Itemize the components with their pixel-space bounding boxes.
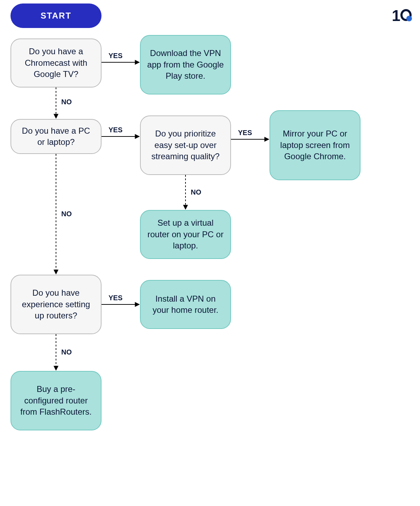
edge-label-q3-no: NO xyxy=(191,188,201,196)
answer-buy-flashrouters: Buy a pre-configured router from FlashRo… xyxy=(10,371,102,430)
edge-label-q1-yes: YES xyxy=(108,52,122,60)
logo-digit-one: 1 xyxy=(392,7,400,24)
answer-install-vpn-router: Install a VPN on your home router. xyxy=(140,280,231,329)
answer-download-vpn-app: Download the VPN app from the Google Pla… xyxy=(140,35,231,94)
edge-label-q2-yes: YES xyxy=(108,126,122,134)
edge-label-q4-no: NO xyxy=(61,348,72,356)
flowchart-canvas: 1 START Do you have a Chromecast with Go… xyxy=(0,0,420,506)
logo-zero-icon xyxy=(400,9,412,21)
question-pc-laptop: Do you have a PC or laptop? xyxy=(10,119,102,154)
edge-label-q4-yes: YES xyxy=(108,294,122,302)
answer-mirror-screen: Mirror your PC or laptop screen from Goo… xyxy=(270,110,360,180)
edge-label-q3-yes: YES xyxy=(238,129,252,137)
question-easy-setup: Do you prioritize easy set-up over strea… xyxy=(140,115,231,175)
question-router-experience: Do you have experience setting up router… xyxy=(10,275,102,334)
brand-logo: 1 xyxy=(392,7,412,24)
edge-label-q2-no: NO xyxy=(61,210,72,218)
answer-virtual-router: Set up a virtual router on your PC or la… xyxy=(140,210,231,259)
question-chromecast: Do you have a Chromecast with Google TV? xyxy=(10,38,102,87)
edge-label-q1-no: NO xyxy=(61,98,72,106)
start-node: START xyxy=(10,3,102,28)
